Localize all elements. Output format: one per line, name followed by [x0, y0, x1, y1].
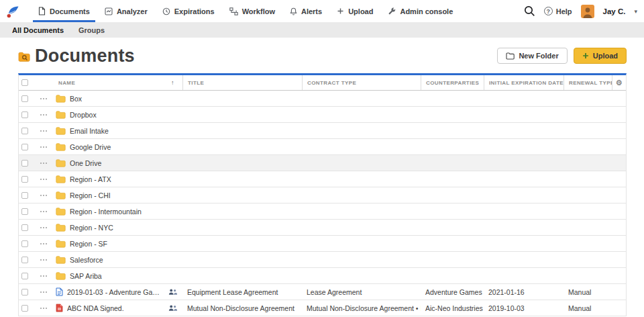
row-menu-icon[interactable]	[40, 98, 47, 99]
document-icon	[38, 7, 46, 15]
table-row[interactable]: Salesforce	[19, 252, 626, 268]
row-name[interactable]: Email Intake	[70, 127, 178, 135]
row-checkbox[interactable]	[21, 95, 28, 102]
app-logo[interactable]	[5, 3, 23, 19]
tab-groups[interactable]: Groups	[78, 26, 105, 34]
upload-label: Upload	[593, 52, 618, 60]
row-checkbox[interactable]	[21, 273, 28, 279]
nav-item-expirations[interactable]: Expirations	[155, 0, 222, 22]
row-name[interactable]: Salesforce	[70, 256, 178, 264]
help-icon: ?	[544, 7, 553, 15]
chevron-down-icon[interactable]: ▾	[634, 8, 637, 15]
sort-ascending-icon[interactable]: ↑	[171, 79, 174, 86]
row-menu-icon[interactable]	[40, 146, 47, 148]
row-checkbox[interactable]	[21, 208, 28, 215]
folder-icon	[56, 127, 66, 135]
select-all-checkbox[interactable]	[21, 79, 28, 86]
new-folder-button[interactable]: New Folder	[497, 48, 567, 64]
row-checkbox[interactable]	[21, 176, 28, 183]
user-avatar[interactable]	[581, 5, 594, 18]
table-row[interactable]: Box	[19, 91, 626, 107]
table-row[interactable]: 2019-01-03 - Adventure Games Inc.... Equ…	[19, 284, 626, 300]
row-renewal-type: Manual	[564, 288, 612, 296]
column-settings-gear-icon[interactable]: ⚙	[616, 79, 623, 87]
row-menu-icon[interactable]	[40, 163, 47, 164]
row-menu-icon[interactable]	[40, 275, 47, 277]
table-row[interactable]: ABC NDA Signed. Mutual Non-Disclosure Ag…	[19, 300, 626, 316]
row-checkbox[interactable]	[21, 128, 28, 134]
search-icon[interactable]	[524, 5, 535, 17]
row-menu-icon[interactable]	[40, 308, 47, 309]
nav-item-workflow[interactable]: Workflow	[222, 0, 282, 22]
table-row[interactable]: Region - NYC	[19, 220, 626, 236]
row-checkbox[interactable]	[21, 257, 28, 263]
nav-item-alerts[interactable]: Alerts	[282, 0, 329, 22]
row-menu-icon[interactable]	[40, 179, 47, 180]
row-menu-icon[interactable]	[40, 227, 47, 228]
row-menu-icon[interactable]	[40, 259, 47, 261]
folder-icon	[56, 175, 66, 183]
row-checkbox[interactable]	[21, 192, 28, 199]
table-body: Box Dropbox	[19, 91, 626, 316]
row-name[interactable]: One Drive	[70, 159, 178, 167]
row-name[interactable]: 2019-01-03 - Adventure Games Inc....	[67, 288, 164, 296]
row-menu-icon[interactable]	[40, 243, 47, 244]
row-checkbox[interactable]	[21, 289, 28, 296]
table-row[interactable]: Region - CHI	[19, 187, 626, 203]
help-button[interactable]: ? Help	[544, 7, 572, 15]
upload-button[interactable]: Upload	[574, 48, 627, 64]
row-checkbox[interactable]	[21, 240, 28, 247]
column-header-initial-expiration-date[interactable]: INITIAL EXPIRATION DATE	[484, 75, 564, 90]
row-name[interactable]: Google Drive	[70, 143, 178, 151]
nav-item-analyzer[interactable]: Analyzer	[97, 0, 155, 22]
plus-icon	[582, 52, 589, 59]
row-name[interactable]: ABC NDA Signed.	[67, 304, 164, 312]
table-row[interactable]: SAP Ariba	[19, 268, 626, 284]
document-file-icon	[56, 287, 63, 296]
row-menu-icon[interactable]	[40, 291, 47, 293]
column-header-title[interactable]: TITLE	[182, 75, 302, 90]
column-header-renewal-type[interactable]: RENEWAL TYPE	[564, 75, 612, 90]
column-header-contract-type[interactable]: CONTRACT TYPE	[302, 75, 421, 90]
nav-item-documents[interactable]: Documents	[31, 0, 97, 22]
row-name[interactable]: Region - CHI	[70, 191, 178, 199]
table-row[interactable]: Region - SF	[19, 236, 626, 252]
nav-item-admin-console[interactable]: Admin console	[380, 0, 460, 22]
table-row[interactable]: Dropbox	[19, 107, 626, 123]
nav-label: Admin console	[400, 7, 453, 15]
bell-icon	[290, 7, 297, 15]
row-name[interactable]: SAP Ariba	[70, 272, 178, 280]
row-checkbox[interactable]	[21, 144, 28, 150]
table-row[interactable]: Email Intake	[19, 123, 626, 139]
row-name[interactable]: Dropbox	[70, 111, 178, 119]
table-row[interactable]: Region - ATX	[19, 171, 626, 187]
new-folder-label: New Folder	[519, 52, 558, 60]
row-expiration-date: 2021-01-16	[484, 288, 564, 296]
column-header-name[interactable]: NAME	[58, 80, 75, 86]
analyzer-icon	[105, 7, 113, 15]
row-name[interactable]: Region - SF	[70, 240, 178, 248]
row-checkbox[interactable]	[21, 111, 28, 118]
row-menu-icon[interactable]	[40, 211, 47, 212]
table-row[interactable]: Google Drive	[19, 139, 626, 155]
table-row[interactable]: Region - Intermountain	[19, 203, 626, 220]
table-row[interactable]: One Drive	[19, 155, 626, 171]
page-title: Documents	[35, 46, 135, 66]
row-name[interactable]: Box	[70, 95, 178, 103]
row-checkbox[interactable]	[21, 224, 28, 231]
nav-item-upload[interactable]: Upload	[329, 0, 380, 22]
row-checkbox[interactable]	[21, 160, 28, 167]
nav-label: Workflow	[242, 7, 275, 15]
row-menu-icon[interactable]	[40, 114, 47, 116]
tab-all-documents[interactable]: All Documents	[12, 26, 64, 34]
nav-label: Analyzer	[117, 7, 148, 15]
row-menu-icon[interactable]	[40, 195, 47, 196]
folder-icon	[56, 256, 66, 264]
nav-label: Upload	[348, 7, 373, 15]
row-name[interactable]: Region - ATX	[70, 175, 178, 183]
row-menu-icon[interactable]	[40, 130, 47, 132]
row-name[interactable]: Region - Intermountain	[70, 208, 178, 216]
row-checkbox[interactable]	[21, 305, 28, 312]
row-name[interactable]: Region - NYC	[70, 224, 178, 232]
column-header-counterparties[interactable]: COUNTERPARTIES	[421, 75, 484, 90]
